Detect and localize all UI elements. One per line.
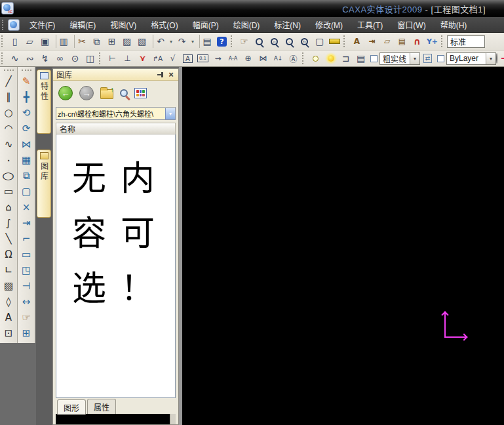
label-tool[interactable]: ◊	[1, 294, 16, 310]
center-line-tool[interactable]: ╲	[1, 231, 16, 247]
menu-sheet[interactable]: 幅面(P)	[185, 17, 226, 32]
menu-modify[interactable]: 修改(M)	[308, 17, 350, 32]
trim-tool[interactable]: ×	[18, 199, 34, 215]
linetype-checkbox[interactable]	[370, 55, 378, 62]
toolbar-grip[interactable]	[231, 35, 234, 47]
toolbar-grip[interactable]	[99, 52, 102, 64]
paste-special-button[interactable]: ▧	[134, 35, 149, 48]
polygon-tool[interactable]: ⌂	[1, 199, 16, 215]
drawing-canvas[interactable]	[182, 67, 504, 425]
array-tool[interactable]: ▦	[18, 152, 34, 168]
bylayer-checkbox[interactable]	[437, 55, 444, 62]
block-tool[interactable]: ⊡	[1, 325, 16, 341]
search-icon[interactable]	[120, 89, 128, 97]
magnet-button[interactable]: ∩	[410, 35, 425, 48]
document-info-button[interactable]: ▤	[199, 35, 214, 48]
menu-help[interactable]: 帮助(H)	[433, 17, 475, 32]
save-button[interactable]: ▣	[37, 35, 52, 48]
toolbar-grip[interactable]	[4, 70, 14, 73]
frame-tool[interactable]: ▭	[18, 247, 34, 262]
standard-style-combo[interactable]: 标准	[447, 35, 485, 48]
rotate-tool[interactable]: ⟳	[18, 121, 34, 136]
ellipse-tool[interactable]: ○	[1, 168, 16, 184]
print-preview-button[interactable]: ▤	[353, 52, 368, 65]
valve-button[interactable]: ⊐	[338, 52, 353, 65]
preview-scrollbar[interactable]	[170, 414, 176, 424]
text-style-button[interactable]: A	[349, 35, 364, 48]
chevron-down-icon[interactable]: ▾	[165, 108, 175, 119]
menu-dimension[interactable]: 标注(N)	[267, 17, 308, 32]
chevron-down-icon[interactable]: ▾	[410, 53, 419, 64]
stretch-tool[interactable]: ▢	[18, 184, 34, 199]
redo-dropdown[interactable]: ▾	[189, 35, 196, 48]
rectangle-tool[interactable]: ▭	[1, 184, 16, 199]
back-button[interactable]: ←	[58, 86, 73, 100]
zoom-previous-button[interactable]: ↻	[297, 35, 312, 48]
display-window-button[interactable]: ▢	[312, 35, 327, 48]
paste-button[interactable]: ▨	[119, 35, 134, 48]
panel-tab-graphics[interactable]: 图形	[57, 399, 86, 415]
quick-pick-button[interactable]: ↯	[37, 52, 52, 65]
side-tab-library[interactable]: 图库	[37, 150, 51, 218]
measure-button[interactable]: ▬	[327, 35, 342, 48]
hatch-tool[interactable]: ▨	[1, 278, 16, 294]
undo-button[interactable]: ↶	[153, 35, 168, 48]
derive-button[interactable]: Y+	[425, 35, 440, 48]
toolbar-grip[interactable]	[302, 52, 305, 64]
mirror-tool[interactable]: ⋈	[18, 136, 34, 152]
side-tab-properties[interactable]: 特性	[37, 70, 51, 134]
menu-view[interactable]: 视图(V)	[103, 17, 144, 32]
bulb-button[interactable]	[308, 52, 323, 65]
copy-button[interactable]: ⧉	[89, 35, 104, 48]
toolbar-grip[interactable]	[441, 35, 444, 47]
pin-icon[interactable]	[157, 71, 166, 79]
fill-style-button[interactable]: ▱	[379, 35, 395, 48]
menubar-grip[interactable]	[2, 20, 5, 30]
pick-tool[interactable]: ☞	[18, 310, 34, 325]
copy-object-button[interactable]: ⊞	[104, 35, 119, 48]
text-arrow-button[interactable]: A↓	[271, 52, 286, 65]
menu-window[interactable]: 窗口(W)	[390, 17, 433, 32]
list-column-header[interactable]: 名称	[56, 123, 176, 134]
datum-button[interactable]: ⊕	[241, 52, 256, 65]
linetype-combo[interactable]: 粗实线 ▾	[379, 52, 420, 65]
surface-finish-button[interactable]: √	[165, 52, 180, 65]
section-line-button[interactable]: A-A	[225, 52, 241, 65]
library-path-combo[interactable]: zh-cn\螺栓和螺柱\六角头螺栓\ ▾	[56, 107, 176, 120]
move-tool[interactable]: ╋	[18, 89, 34, 105]
pan-button[interactable]: ☞	[237, 35, 252, 48]
dimension-style-button[interactable]: ⇥	[364, 35, 379, 48]
menu-tools[interactable]: 工具(T)	[350, 17, 390, 32]
text-frame-button[interactable]: A	[180, 52, 195, 65]
offset-tool[interactable]: ⧉	[18, 168, 34, 184]
style-manager-button[interactable]: ▤	[395, 35, 410, 48]
arc-tool[interactable]: ◠	[1, 121, 16, 136]
menu-draw[interactable]: 绘图(D)	[226, 17, 267, 32]
link-tool[interactable]: Ω	[1, 247, 16, 262]
wave-curve-button[interactable]: ∿	[7, 52, 22, 65]
broken-curve-button[interactable]: ∾	[22, 52, 37, 65]
point-tool[interactable]: ·	[1, 152, 16, 168]
folder-up-icon[interactable]: ↑	[100, 89, 113, 99]
zoom-button[interactable]	[252, 35, 267, 48]
sun-button[interactable]	[323, 52, 338, 65]
circle-tool[interactable]: ○	[1, 105, 16, 121]
linear-dim-button[interactable]: ⊢	[105, 52, 120, 65]
help-button[interactable]: ?	[214, 35, 229, 48]
redo-button[interactable]: ↷	[174, 35, 189, 48]
menu-format[interactable]: 格式(O)	[144, 17, 185, 32]
menu-file[interactable]: 文件(F)	[22, 17, 62, 32]
view-mode-icon[interactable]	[134, 88, 147, 98]
clamp-circle-button[interactable]: ⊙	[68, 52, 83, 65]
parallel-line-tool[interactable]: ∥	[1, 89, 16, 105]
library-tool[interactable]: ⊞	[18, 325, 34, 341]
profile-button[interactable]: ∞	[52, 52, 68, 65]
line-tool[interactable]: ╱	[1, 73, 16, 89]
polyline-tool[interactable]: ∟	[1, 262, 16, 278]
color-wheel-icon[interactable]	[496, 53, 497, 64]
balloon-button[interactable]: Ⓐ	[286, 52, 301, 65]
chevron-down-icon[interactable]: ▾	[486, 53, 495, 64]
leader-button[interactable]: ↱A	[150, 52, 165, 65]
new-file-button[interactable]: ▯	[7, 35, 22, 48]
coordinate-dim-button[interactable]: ⊥	[120, 52, 135, 65]
